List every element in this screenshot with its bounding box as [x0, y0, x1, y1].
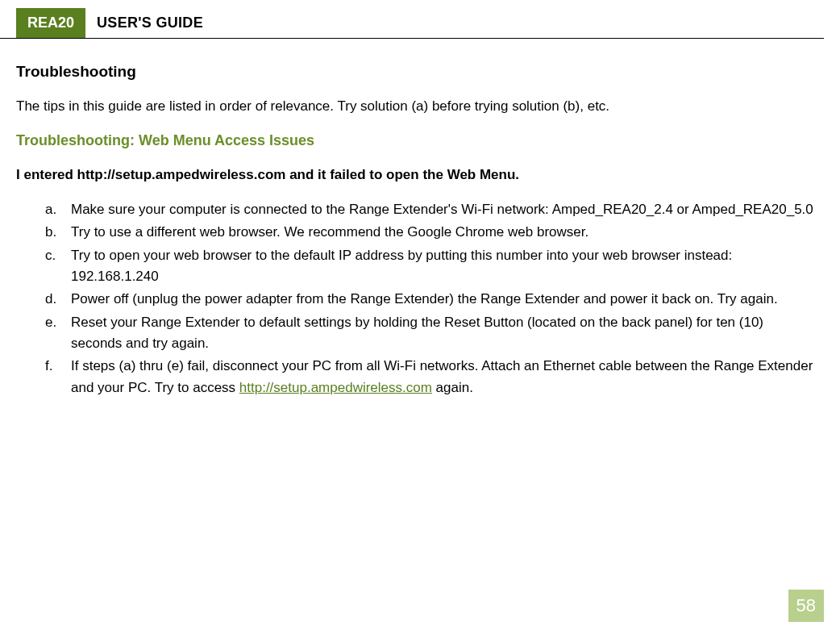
list-item-text: Try to use a different web browser. We r… [71, 224, 588, 240]
list-item: a. Make sure your computer is connected … [45, 199, 816, 220]
list-item-text: Make sure your computer is connected to … [71, 202, 813, 217]
list-item: c. Try to open your web browser to the d… [45, 245, 816, 288]
troubleshooting-list: a. Make sure your computer is connected … [16, 199, 816, 398]
header-spacer [0, 8, 16, 38]
list-item: d. Power off (unplug the power adapter f… [45, 289, 816, 310]
question-text: I entered http://setup.ampedwireless.com… [16, 167, 816, 183]
intro-text: The tips in this guide are listed in ord… [16, 98, 816, 115]
list-item-text: If steps (a) thru (e) fail, disconnect y… [71, 358, 813, 394]
page-number: 58 [788, 590, 824, 622]
list-item: e. Reset your Range Extender to default … [45, 312, 816, 355]
section-heading: Troubleshooting [16, 63, 816, 81]
list-item-text: Power off (unplug the power adapter from… [71, 291, 778, 306]
header-title: USER'S GUIDE [85, 8, 214, 38]
list-marker: b. [45, 222, 64, 243]
list-marker: d. [45, 289, 64, 310]
sub-heading: Troubleshooting: Web Menu Access Issues [16, 132, 816, 149]
list-marker: a. [45, 199, 64, 220]
list-marker: e. [45, 312, 64, 333]
list-item-text: Reset your Range Extender to default set… [71, 315, 763, 351]
list-marker: f. [45, 356, 64, 377]
header-badge: REA20 [16, 8, 85, 38]
page-content: Troubleshooting The tips in this guide a… [0, 39, 840, 398]
list-item-suffix: again. [432, 380, 473, 395]
document-header: REA20 USER'S GUIDE [0, 8, 824, 39]
list-item: b. Try to use a different web browser. W… [45, 222, 816, 243]
list-item: f. If steps (a) thru (e) fail, disconnec… [45, 356, 816, 398]
list-marker: c. [45, 245, 64, 266]
setup-link[interactable]: http://setup.ampedwireless.com [239, 380, 432, 395]
list-item-text: Try to open your web browser to the defa… [71, 248, 732, 284]
